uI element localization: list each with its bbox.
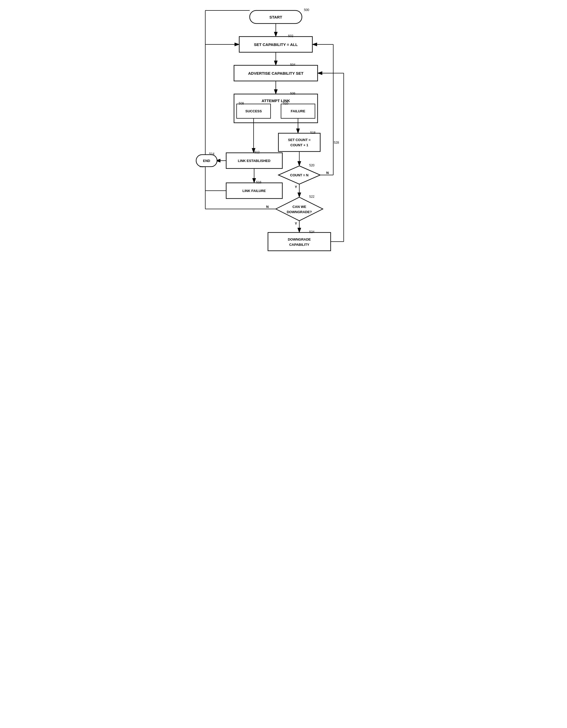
node-518-label-2: COUNT + 1 (290, 143, 308, 147)
svg-rect-12 (278, 133, 320, 152)
ref-524: 524 (309, 230, 314, 234)
ref-510: 510 (283, 102, 288, 105)
ref-518: 518 (310, 131, 315, 135)
ref-508: 508 (239, 102, 244, 105)
node-524-label-2: CAPABILITY (289, 243, 309, 247)
node-502-label: SET CAPABILITY = ALL (254, 42, 298, 47)
n-label-520: N (326, 171, 329, 175)
ref-506: 506 (290, 92, 295, 95)
node-504-label: ADVERTISE CAPABILITY SET (248, 71, 303, 75)
ref-514: 514 (209, 152, 214, 156)
node-514-label: END (203, 159, 210, 163)
ref-516: 516 (256, 180, 261, 184)
node-522-label-2: DOWNGRADE? (287, 210, 312, 214)
node-522-label-1: CAN WE (292, 205, 306, 209)
flowchart-diagram: START 500 SET CAPABILITY = ALL 502 ADVER… (182, 5, 385, 266)
svg-marker-19 (276, 197, 323, 221)
node-510-label: FAILURE (291, 109, 305, 113)
node-512-label: LINK ESTABLISHED (238, 159, 270, 163)
start-label: START (269, 15, 282, 19)
node-520-label: COUNT = N (290, 173, 308, 177)
ref-528: 528 (334, 141, 339, 144)
ref-500: 500 (304, 8, 309, 12)
node-518-label-1: SET COUNT = (288, 138, 311, 142)
svg-rect-21 (268, 232, 331, 251)
ref-522: 522 (309, 195, 314, 199)
y-label-522: Y (295, 222, 297, 225)
node-524-label-1: DOWNGRADE (288, 237, 311, 241)
ref-502: 502 (288, 34, 293, 38)
ref-512: 512 (254, 150, 260, 154)
node-516-label: LINK FAILURE (242, 189, 266, 193)
node-508-label: SUCCESS (245, 109, 262, 113)
ref-520: 520 (309, 164, 314, 167)
y-label-520: Y (295, 185, 297, 189)
ref-504: 504 (290, 63, 295, 67)
n-label-522: N (266, 205, 268, 209)
